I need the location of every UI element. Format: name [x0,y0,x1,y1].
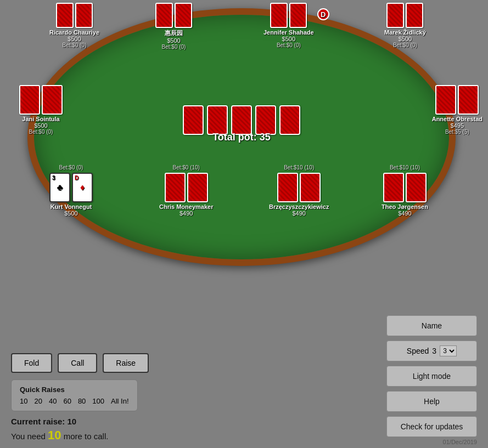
card-back [56,3,74,28]
card-back [406,173,427,202]
player-annette-money: $495 [432,122,483,129]
card-back [435,85,456,115]
call-info: You need 10 more to call. [11,428,329,443]
card-back [19,85,40,115]
player-kurt-bet-above: Bet:$0 (0) [49,165,93,171]
qr-allin[interactable]: All In! [111,397,129,405]
player-jani-money: $500 [19,122,63,129]
call-amount: 10 [48,428,61,442]
player-kurt: Bet:$0 (0) 3 ♣ D ♦ Kurt Vonnegut $500 [49,165,93,217]
player-jennifer-cards: D [263,3,314,28]
speed-dropdown[interactable]: 1 2 3 4 5 [440,345,457,356]
player-chris: Bet:$0 (10) Chris Moneymaker $490 [159,165,213,217]
player-hui-money: $500 [155,37,192,44]
player-kurt-cards: 3 ♣ D ♦ [49,173,93,202]
card-back [42,85,63,115]
qr-40[interactable]: 40 [49,397,57,405]
speed-control: Speed 3 1 2 3 4 5 [386,341,477,361]
player-hui-bet: Bet:$0 (0) [155,44,192,50]
player-ricardo-bet: Bet:$0 (0) [49,42,99,48]
card-back [458,85,479,115]
player-chris-money: $490 [159,210,213,217]
player-annette-name: Annette Obrestad [432,116,483,122]
player-jennifer: D Jennifer Shahade $500 Bet:$0 (0) [263,3,314,48]
speed-label: Speed [407,347,429,355]
fold-button[interactable]: Fold [11,353,52,373]
player-chris-bet-above: Bet:$0 (10) [159,165,213,171]
player-ricardo-name: Ricardo Chauriye [49,29,99,36]
community-card-1 [183,105,204,135]
player-marek-cards [384,3,426,28]
qr-60[interactable]: 60 [63,397,71,405]
player-theo-money: $490 [382,210,428,217]
community-card-4 [255,105,276,135]
community-card-2 [207,105,228,135]
player-kurt-card1: 3 ♣ [49,173,70,202]
card-back [75,3,93,28]
card-back [289,3,307,28]
player-brz: Bet:$10 (10) Brzęczyszczykiewicz $490 [269,165,329,217]
card-back [277,173,298,202]
player-chris-name: Chris Moneymaker [159,203,213,210]
current-raise-info: Current raise: 10 [11,417,329,426]
player-jennifer-name: Jennifer Shahade [263,29,314,36]
player-ricardo-cards [49,3,99,28]
card-back [175,3,192,28]
light-mode-button[interactable]: Light mode [386,366,477,387]
right-panel: Name Speed 3 1 2 3 4 5 Light mode Help C… [386,315,477,437]
card-back [270,3,288,28]
player-hui-cards [155,3,192,28]
player-marek-bet: Bet:$0 (0) [384,42,426,48]
player-annette-cards [432,85,483,115]
pot-label: Total pot: 35 [212,132,271,143]
call-text: You need [11,432,46,441]
check-updates-button[interactable]: Check for updates [386,416,477,437]
player-hui-name: 惠辰园 [155,29,192,37]
card-back [165,173,186,202]
player-brz-money: $490 [269,210,329,217]
player-jani: Jani Sointula $500 Bet:$0 (0) [19,85,63,135]
player-theo-bet-above: Bet:$10 (10) [382,165,428,171]
player-jani-bet: Bet:$0 (0) [19,129,63,135]
card-back [386,3,404,28]
quick-raises-title: Quick Raises [20,385,129,394]
help-button[interactable]: Help [386,391,477,412]
controls-area: Fold Call Raise Quick Raises 10 20 40 60… [0,348,340,448]
raise-button[interactable]: Raise [103,353,149,373]
table-area: Total pot: 35 Ricardo Chauriye $500 Bet:… [0,0,488,280]
community-card-5 [279,105,300,135]
qr-20[interactable]: 20 [34,397,42,405]
community-cards [183,105,300,135]
player-jennifer-bet: Bet:$0 (0) [263,42,314,48]
player-annette: Annette Obrestad $495 Bet:$5 (5) [432,85,483,135]
date-label: 01/Dec/2019 [443,439,477,445]
player-kurt-card2: D ♦ [72,173,93,202]
qr-80[interactable]: 80 [78,397,86,405]
call-suffix: more to call. [64,432,109,441]
call-button[interactable]: Call [58,353,97,373]
player-theo-cards [382,173,428,202]
player-jani-name: Jani Sointula [19,116,63,122]
player-jennifer-money: $500 [263,36,314,42]
player-marek: Marek Židlický $500 Bet:$0 (0) [384,3,426,48]
player-marek-money: $500 [384,36,426,42]
player-chris-cards [159,173,213,202]
player-jani-cards [19,85,63,115]
player-marek-name: Marek Židlický [384,29,426,36]
player-theo: Bet:$10 (10) Theo Jørgensen $490 [382,165,428,217]
card-back [187,173,208,202]
community-card-3 [231,105,252,135]
player-annette-bet: Bet:$5 (5) [432,129,483,135]
player-brz-cards [269,173,329,202]
qr-100[interactable]: 100 [92,397,104,405]
qr-10[interactable]: 10 [20,397,27,405]
card-back [383,173,404,202]
quick-raises-container: Quick Raises 10 20 40 60 80 100 All In! [11,379,138,411]
player-brz-bet-above: Bet:$10 (10) [269,165,329,171]
player-kurt-money: $500 [49,210,93,217]
player-ricardo-money: $500 [49,36,99,42]
action-buttons: Fold Call Raise [11,353,329,373]
name-button[interactable]: Name [386,315,477,336]
player-theo-name: Theo Jørgensen [382,203,428,210]
quick-raise-buttons: 10 20 40 60 80 100 All In! [20,397,129,405]
